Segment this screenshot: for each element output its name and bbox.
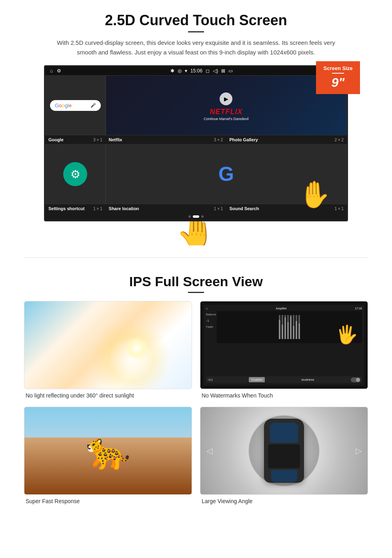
photo-gallery-label: Photo Gallery 2 × 2: [226, 135, 347, 144]
cheetah-bg: 🐆: [24, 407, 192, 494]
volume-icon: ◁): [213, 68, 218, 74]
amp-bottom-controls: ◁◁ Custom loudness: [206, 376, 362, 383]
eq-bar-5: [290, 315, 292, 339]
amp-speaker-icon: ◁): [206, 319, 216, 322]
feature-sunlight: No light reflecting under 360° direct su…: [24, 301, 192, 399]
feature-fast: 🐆 Super Fast Response: [24, 407, 192, 504]
eq-bars-container: 🖐: [217, 311, 362, 343]
screen-wrapper: Screen Size 9" ⌂ ⚙ ✱ ◎ ▾ 15:06 ◻: [44, 65, 348, 221]
screen-size-badge: Screen Size 9": [316, 61, 360, 94]
status-time: 15:06: [190, 68, 202, 74]
bluetooth-icon: ✱: [170, 68, 174, 74]
car-bg: ◁ ▷: [200, 407, 368, 494]
x-icon: ⊠: [221, 68, 225, 74]
google-cell[interactable]: Google 🎤: [45, 75, 106, 135]
feature-grid: No light reflecting under 360° direct su…: [24, 301, 368, 504]
usb-icon: ⚙: [57, 68, 61, 74]
share-location-cell[interactable]: G 🤚: [106, 144, 347, 204]
sunlight-bg: [24, 301, 192, 389]
mic-icon: 🎤: [90, 103, 96, 108]
amp-toggle[interactable]: [351, 377, 360, 382]
amp-hand-icon: 🖐: [336, 324, 358, 345]
car-windshield: [270, 423, 298, 443]
curved-section: 2.5D Curved Touch Screen With 2.5D curve…: [0, 0, 392, 253]
settings-icon[interactable]: ⚙: [63, 162, 87, 186]
ips-section: IPS Full Screen View No light reflecting…: [0, 262, 392, 512]
title-underline: [188, 31, 204, 32]
wifi-icon: ▾: [185, 68, 187, 74]
arrow-right-icon: ▷: [356, 446, 362, 456]
amp-left-labels: Balance ◁) Fader: [206, 311, 216, 328]
eq-bar-1: [279, 315, 280, 339]
google-label: Google 3 × 1: [45, 135, 106, 144]
status-center: ✱ ◎ ▾ 15:06 ◻ ◁) ⊠ ▭: [170, 68, 233, 74]
play-button[interactable]: ▶: [220, 92, 232, 105]
amp-balance-label: Balance: [206, 313, 216, 316]
status-bar: ⌂ ⚙ ✱ ◎ ▾ 15:06 ◻ ◁) ⊠ ▭: [45, 66, 347, 75]
car-rear-window: [271, 470, 297, 482]
device-screen: ⌂ ⚙ ✱ ◎ ▾ 15:06 ◻ ◁) ⊠ ▭: [44, 65, 348, 221]
amplifier-image: ⌂ Amplifier 17:33 Balance ◁) Fader: [200, 301, 368, 389]
google-logo: Google: [55, 102, 72, 108]
cheetah-emoji: 🐆: [86, 430, 130, 472]
sunlight-label: No light reflecting under 360° direct su…: [24, 392, 192, 399]
eq-bar-7: [296, 315, 297, 339]
ips-title-underline: [188, 292, 204, 293]
car-image: ◁ ▷: [200, 407, 368, 495]
badge-label: Screen Size: [322, 65, 354, 71]
fast-response-label: Super Fast Response: [24, 498, 192, 504]
window-icon: ▭: [228, 68, 233, 74]
netflix-logo: NETFLIX: [204, 108, 248, 116]
app-grid-bottom: ⚙ ⚙ G 🤚: [45, 144, 347, 204]
netflix-subtitle: Continue Marvel's Daredevil: [204, 117, 248, 121]
google-search-bar[interactable]: Google 🎤: [50, 100, 100, 111]
badge-size: 9": [322, 75, 354, 90]
location-icon: ◎: [178, 68, 182, 74]
share-location-label: Share location 1 × 1: [106, 204, 226, 213]
viewing-angle-label: Large Viewing Angle: [200, 498, 368, 504]
car-roof: [268, 444, 300, 468]
settings-cell[interactable]: ⚙ ⚙: [45, 144, 106, 204]
feature-watermark: ⌂ Amplifier 17:33 Balance ◁) Fader: [200, 301, 368, 399]
app-labels-top: Google 3 × 1 Netflix 3 × 2 Photo Gallery…: [45, 135, 347, 144]
settings-label: Settings shortcut 1 × 1: [45, 204, 106, 213]
screen-mockup-wrapper: Screen Size 9" ⌂ ⚙ ✱ ◎ ▾ 15:06 ◻: [24, 65, 368, 221]
netflix-cell[interactable]: ▶ NETFLIX Continue Marvel's Daredevil: [106, 75, 347, 135]
curved-description: With 2.5D curved-display screen, this de…: [56, 38, 336, 57]
watermark-label: No Watermarks When Touch: [200, 392, 368, 399]
pointing-hand-icon: 🤚: [298, 179, 330, 210]
amp-title-text: Amplifier: [276, 307, 287, 310]
dot-3: [201, 215, 204, 218]
eq-bar-8: [298, 315, 300, 339]
eq-bar-6: [293, 315, 294, 339]
maps-icon-letter: G: [218, 163, 234, 186]
sun-burst: [125, 336, 149, 360]
section-divider: [24, 257, 368, 258]
eq-bars: [277, 311, 302, 343]
car-body: [264, 419, 304, 483]
amp-back-icon: ◁◁: [208, 378, 212, 381]
amp-time: 17:33: [355, 307, 362, 310]
ips-title: IPS Full Screen View: [24, 274, 368, 289]
amp-header: ⌂ Amplifier 17:33: [206, 307, 362, 310]
amp-eq-area: Balance ◁) Fader: [206, 311, 362, 375]
eq-bar-4: [287, 315, 289, 339]
netflix-content: ▶ NETFLIX Continue Marvel's Daredevil: [204, 90, 248, 121]
dot-2-active: [193, 215, 199, 218]
amp-home-icon: ⌂: [206, 307, 208, 310]
app-grid-top: Google 🎤 ▶ NETFLIX Continue Marvel's Dar…: [45, 75, 347, 135]
eq-bar-2: [282, 315, 283, 339]
status-left: ⌂ ⚙: [50, 68, 61, 74]
arrow-left-icon: ◁: [206, 446, 212, 456]
amp-loudness-label: loudness: [302, 378, 314, 381]
dot-1: [188, 215, 191, 218]
badge-divider: [332, 73, 344, 74]
sunlight-image: [24, 301, 192, 389]
amp-screen: ⌂ Amplifier 17:33 Balance ◁) Fader: [204, 305, 364, 385]
pagination-dots: [45, 213, 347, 220]
eq-bar-3: [284, 315, 286, 339]
maps-content: G 🤚: [106, 145, 346, 204]
amp-custom-btn[interactable]: Custom: [249, 377, 265, 382]
home-icon: ⌂: [50, 68, 53, 74]
amp-fader-label: Fader: [206, 325, 216, 328]
